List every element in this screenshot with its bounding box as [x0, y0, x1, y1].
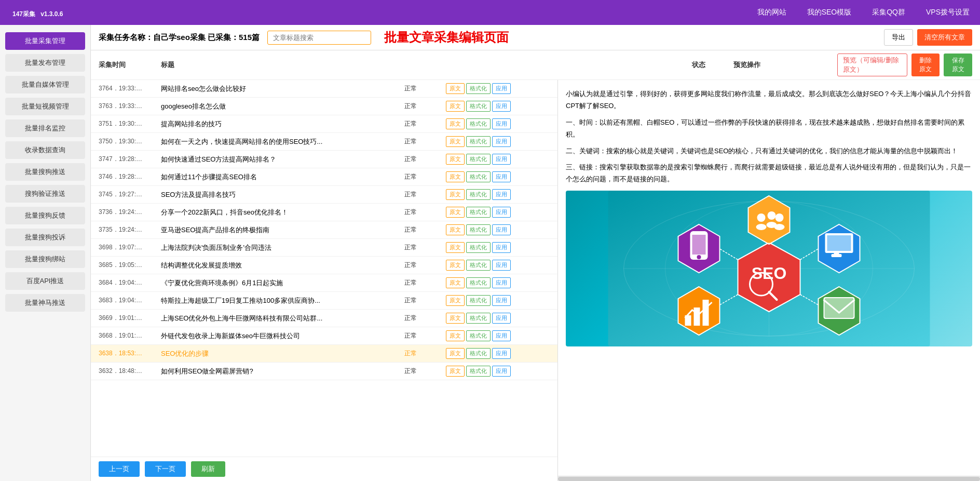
- table-row[interactable]: 3751．19:30:… 提高网站排名的技巧 正常 原文 格式化 应用: [91, 115, 557, 133]
- sidebar-item-batch-publish[interactable]: 批量发布管理: [5, 54, 85, 72]
- op-fmt-button[interactable]: 格式化: [466, 224, 491, 235]
- table-row[interactable]: 3745．19:27:… SEO方法及提高排名技巧 正常 原文 格式化 应用: [91, 186, 557, 204]
- next-page-button[interactable]: 下一页: [145, 461, 186, 477]
- nav-my-website[interactable]: 我的网站: [757, 8, 786, 17]
- clear-all-button[interactable]: 清空所有文章: [917, 29, 972, 46]
- op-apply-button[interactable]: 应用: [492, 277, 511, 288]
- op-fmt-button[interactable]: 格式化: [466, 171, 491, 182]
- nav-qq-group[interactable]: 采集QQ群: [872, 8, 905, 17]
- op-orig-button[interactable]: 原文: [446, 277, 465, 288]
- op-fmt-button[interactable]: 格式化: [466, 277, 491, 288]
- op-apply-button[interactable]: 应用: [492, 348, 511, 359]
- sidebar-item-sogou-verify[interactable]: 搜狗验证推送: [5, 185, 85, 203]
- table-row[interactable]: 3683．19:04:… 特斯拉上海超级工厂19日复工推动100多家供应商协..…: [91, 292, 557, 310]
- op-apply-button[interactable]: 应用: [492, 101, 511, 112]
- op-orig-button[interactable]: 原文: [446, 171, 465, 182]
- op-fmt-button[interactable]: 格式化: [466, 136, 491, 147]
- table-row[interactable]: 3632．18:48:… 如何利用SEO做全网霸屏营销? 正常 原文 格式化 应…: [91, 363, 557, 380]
- op-apply-button[interactable]: 应用: [492, 224, 511, 235]
- op-orig-button[interactable]: 原文: [446, 136, 465, 147]
- op-orig-button[interactable]: 原文: [446, 224, 465, 235]
- op-orig-button[interactable]: 原文: [446, 295, 465, 306]
- table-row[interactable]: 3735．19:24:… 亚马逊SEO提高产品排名的终极指南 正常 原文 格式化…: [91, 221, 557, 239]
- op-fmt-button[interactable]: 格式化: [466, 207, 491, 218]
- op-apply-button[interactable]: 应用: [492, 242, 511, 253]
- sidebar-item-batch-shenma[interactable]: 批量神马推送: [5, 294, 85, 312]
- op-orig-button[interactable]: 原文: [446, 189, 465, 200]
- op-apply-button[interactable]: 应用: [492, 154, 511, 165]
- table-row[interactable]: 3638．18:53:… SEO优化的步骤 正常 原文 格式化 应用: [91, 345, 557, 363]
- op-fmt-button[interactable]: 格式化: [466, 295, 491, 306]
- sidebar-item-batch-rank[interactable]: 批量排名监控: [5, 119, 85, 137]
- sidebar-item-batch-sogou-fb[interactable]: 批量搜狗反馈: [5, 207, 85, 224]
- op-apply-button[interactable]: 应用: [492, 207, 511, 218]
- op-apply-button[interactable]: 应用: [492, 136, 511, 147]
- op-fmt-button[interactable]: 格式化: [466, 242, 491, 253]
- op-apply-button[interactable]: 应用: [492, 260, 511, 271]
- prev-page-button[interactable]: 上一页: [99, 461, 140, 477]
- op-fmt-button[interactable]: 格式化: [466, 154, 491, 165]
- op-apply-button[interactable]: 应用: [492, 366, 511, 377]
- export-button[interactable]: 导出: [884, 29, 913, 46]
- version-text: v1.3.0.6: [40, 10, 63, 18]
- nav-seo-template[interactable]: 我的SEO模版: [807, 8, 852, 17]
- table-row[interactable]: 3684．19:04:… 《宁夏优化营商环境条例》6月1日起实施 正常 原文 格…: [91, 274, 557, 292]
- delete-orig-button[interactable]: 删除原文: [911, 54, 940, 76]
- sidebar-item-batch-media[interactable]: 批量自媒体管理: [5, 76, 85, 93]
- sidebar-item-batch-video[interactable]: 批量短视频管理: [5, 98, 85, 115]
- preview-content[interactable]: 小编认为就是通过引擎，得到好的，获得更多网站度我们称作流量，最后成成交。那么到底…: [558, 80, 980, 476]
- op-fmt-button[interactable]: 格式化: [466, 313, 491, 324]
- search-input[interactable]: [267, 31, 371, 45]
- table-row[interactable]: 3668．19:01:… 外链代发包收录上海新媒体seo牛巨微科技公司 正常 原…: [91, 327, 557, 345]
- sidebar-item-batch-collect[interactable]: 批量采集管理: [5, 32, 85, 50]
- op-apply-button[interactable]: 应用: [492, 189, 511, 200]
- sidebar-item-batch-sogou-push[interactable]: 批量搜狗推送: [5, 163, 85, 181]
- sidebar-item-baidu-api[interactable]: 百度API推送: [5, 272, 85, 290]
- op-orig-button[interactable]: 原文: [446, 118, 465, 129]
- table-row[interactable]: 3685．19:05:… 结构调整优化发展提质增效 正常 原文 格式化 应用: [91, 257, 557, 274]
- op-apply-button[interactable]: 应用: [492, 313, 511, 324]
- table-row[interactable]: 3746．19:28:… 如何通过11个步骤提高SEO排名 正常 原文 格式化 …: [91, 168, 557, 186]
- sidebar-item-collect-data[interactable]: 收录数据查询: [5, 141, 85, 159]
- svg-rect-26: [694, 308, 700, 326]
- table-row[interactable]: 3669．19:01:… 上海SEO优化外包上海牛巨微网络科技有限公司站群...…: [91, 310, 557, 327]
- op-fmt-button[interactable]: 格式化: [466, 101, 491, 112]
- table-scroll[interactable]: 3764．19:33:… 网站排名seo怎么做会比较好 正常 原文 格式化 应用…: [91, 80, 557, 457]
- table-row[interactable]: 3736．19:24:… 分享一个2022新风口，抖音seo优化排名！ 正常 原…: [91, 204, 557, 221]
- preview-scrollbar[interactable]: [558, 476, 980, 481]
- refresh-button[interactable]: 刷新: [191, 461, 225, 477]
- op-orig-button[interactable]: 原文: [446, 242, 465, 253]
- table-row[interactable]: 3750．19:30:… 如何在一天之内，快速提高网站排名的使用SEO技巧...…: [91, 133, 557, 151]
- op-fmt-button[interactable]: 格式化: [466, 189, 491, 200]
- op-apply-button[interactable]: 应用: [492, 83, 511, 94]
- op-orig-button[interactable]: 原文: [446, 366, 465, 377]
- op-orig-button[interactable]: 原文: [446, 260, 465, 271]
- table-row[interactable]: 3764．19:33:… 网站排名seo怎么做会比较好 正常 原文 格式化 应用: [91, 80, 557, 98]
- op-orig-button[interactable]: 原文: [446, 101, 465, 112]
- op-fmt-button[interactable]: 格式化: [466, 348, 491, 359]
- op-fmt-button[interactable]: 格式化: [466, 118, 491, 129]
- op-apply-button[interactable]: 应用: [492, 330, 511, 341]
- op-fmt-button[interactable]: 格式化: [466, 366, 491, 377]
- cell-time: 3685．19:05:…: [99, 261, 161, 270]
- table-row[interactable]: 3763．19:33:… googleseo排名怎么做 正常 原文 格式化 应用: [91, 98, 557, 115]
- sidebar-item-batch-sogou-complain[interactable]: 批量搜狗投诉: [5, 229, 85, 246]
- op-apply-button[interactable]: 应用: [492, 295, 511, 306]
- op-orig-button[interactable]: 原文: [446, 313, 465, 324]
- save-orig-button[interactable]: 保存原文: [944, 54, 972, 76]
- op-orig-button[interactable]: 原文: [446, 348, 465, 359]
- op-orig-button[interactable]: 原文: [446, 83, 465, 94]
- op-orig-button[interactable]: 原文: [446, 207, 465, 218]
- table-row[interactable]: 3747．19:28:… 如何快速通过SEO方法提高网站排名？ 正常 原文 格式…: [91, 151, 557, 168]
- op-fmt-button[interactable]: 格式化: [466, 330, 491, 341]
- op-fmt-button[interactable]: 格式化: [466, 260, 491, 271]
- cell-title: 特斯拉上海超级工厂19日复工推动100多家供应商协...: [161, 296, 404, 305]
- op-orig-button[interactable]: 原文: [446, 154, 465, 165]
- op-orig-button[interactable]: 原文: [446, 330, 465, 341]
- op-apply-button[interactable]: 应用: [492, 118, 511, 129]
- sidebar-item-batch-sogou-bind[interactable]: 批量搜狗绑站: [5, 250, 85, 268]
- op-fmt-button[interactable]: 格式化: [466, 83, 491, 94]
- nav-vps-settings[interactable]: VPS拨号设置: [926, 8, 970, 17]
- table-row[interactable]: 3698．19:07:… 上海法院判决'负面压制业务'合同违法 正常 原文 格式…: [91, 239, 557, 257]
- op-apply-button[interactable]: 应用: [492, 171, 511, 182]
